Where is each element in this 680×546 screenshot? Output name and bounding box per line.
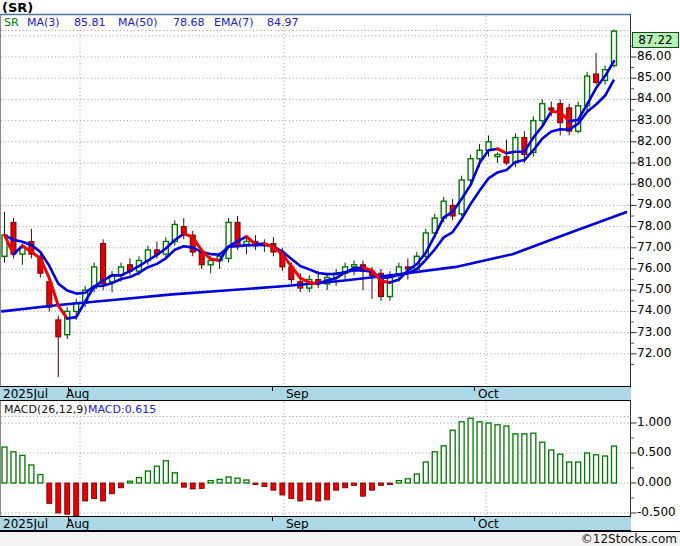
price-axis-label: 73.00	[637, 325, 671, 339]
current-price-badge: 87.22	[632, 32, 679, 48]
chart-canvas	[0, 0, 680, 546]
price-axis-label: 74.00	[637, 303, 671, 317]
price-axis-label: 85.00	[637, 70, 671, 84]
ema7-label: EMA(7)	[214, 16, 254, 29]
macd-axis-label: 1.000	[637, 415, 671, 429]
macd-legend: MACD(26,12,9) MACD:0.615	[0, 403, 630, 416]
ma50-value: 78.68	[173, 16, 205, 29]
month-tick	[474, 517, 475, 521]
price-axis-label: 81.00	[637, 155, 671, 169]
month-tick	[272, 517, 273, 521]
price-axis-label: 76.00	[637, 261, 671, 275]
price-axis-label: 86.00	[637, 49, 671, 63]
month-tick	[68, 387, 69, 391]
macd-params-label: MACD(26,12,9)	[4, 403, 88, 416]
price-axis-label: 77.00	[637, 240, 671, 254]
macd-axis-label: 0.500	[637, 445, 671, 459]
stock-chart: (SR) SR MA(3) 85.81 MA(50) 78.68 EMA(7) …	[0, 0, 680, 546]
ma3-value: 85.81	[74, 16, 106, 29]
price-axis-label: 72.00	[637, 346, 671, 360]
ema7-value: 84.97	[267, 16, 299, 29]
price-axis-label: 79.00	[637, 197, 671, 211]
price-axis-label: 84.00	[637, 91, 671, 105]
month-label: Aug	[66, 517, 89, 531]
month-label: 2025Jul	[3, 387, 48, 401]
ma3-label: MA(3)	[27, 16, 60, 29]
price-axis-label: 78.00	[637, 219, 671, 233]
ma50-label: MA(50)	[118, 16, 158, 29]
macd-axis-label: -0.500	[637, 505, 676, 519]
macd-axis-label: 0.000	[637, 475, 671, 489]
footer-bar: ©12Stocks.com	[0, 531, 680, 546]
indicator-legend: SR MA(3) 85.81 MA(50) 78.68 EMA(7) 84.97	[0, 16, 630, 30]
month-label: Sep	[286, 517, 309, 531]
copyright-link[interactable]: ©12Stocks.com	[581, 532, 677, 546]
month-label: Oct	[478, 387, 499, 401]
month-label: 2025Jul	[3, 517, 48, 531]
month-axis-main: 2025JulAugSepOct	[0, 386, 631, 401]
price-axis-label: 83.00	[637, 113, 671, 127]
price-axis-label: 75.00	[637, 282, 671, 296]
month-label: Sep	[286, 387, 309, 401]
price-axis-label: 80.00	[637, 176, 671, 190]
price-axis-label: 82.00	[637, 134, 671, 148]
symbol-label: SR	[4, 16, 19, 29]
month-label: Oct	[478, 517, 499, 531]
month-tick	[68, 517, 69, 521]
macd-value-label: MACD:0.615	[88, 403, 156, 416]
month-tick	[272, 387, 273, 391]
month-tick	[474, 387, 475, 391]
month-axis-macd: 2025JulAugSepOct	[0, 516, 631, 531]
month-label: Aug	[66, 387, 89, 401]
